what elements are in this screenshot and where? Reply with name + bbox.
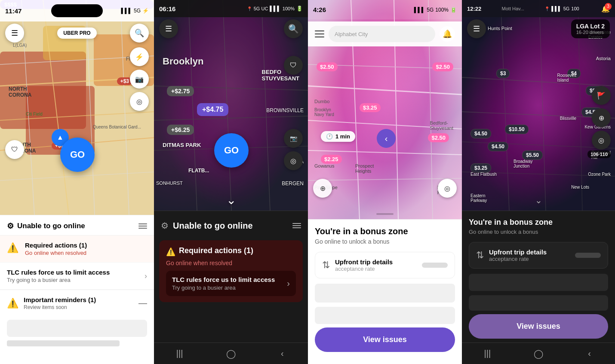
notif-container-4: 🔔 3 (601, 5, 610, 13)
menu-line-3 (138, 228, 147, 229)
ozone-park-label: Ozone Park (588, 172, 611, 177)
map-bottom-buttons-3: ⊕ (313, 179, 332, 198)
bonus-zone-sub-4: Go online to unlock a bonus (469, 229, 608, 235)
location-btn-4[interactable]: ◎ (592, 131, 611, 150)
blurred-row-3 (315, 284, 455, 303)
blurred-row-3b (315, 307, 455, 324)
warning-icon-2: ⚠️ (166, 247, 175, 257)
search-button-1[interactable]: 🔍 (130, 24, 149, 43)
svg-line-23 (462, 77, 615, 86)
h-line-3-2 (315, 34, 324, 34)
warning-icon-1: ⚠️ (7, 242, 20, 254)
camera-button-1[interactable]: 📷 (130, 70, 149, 89)
signal-3: ▌▌▌ (414, 7, 425, 13)
side-btns-dark-2: 📷 ◎ (284, 129, 303, 170)
surge-badge-475-2: +$4.75 (197, 103, 228, 116)
location-button-1[interactable]: ◎ (130, 92, 149, 111)
citi-field-label: Citi Field (26, 112, 43, 116)
tlc-item-2[interactable]: TLC rules force us to limit access Try g… (166, 271, 296, 296)
layers-btn-4[interactable]: ⊕ (592, 108, 611, 127)
status-bar-panel-3: 4:26 ▌▌▌ 5G 100% 🔋 (308, 0, 462, 19)
collapse-button-1[interactable]: — (138, 298, 147, 308)
trip-title-3: Upfront trip details (335, 258, 393, 266)
new-lots-label: New Lots (571, 185, 589, 190)
blurred-row-4a (469, 274, 608, 291)
trip-blurred-4 (575, 253, 601, 258)
trip-text-3: Upfront trip details acceptance rate (335, 258, 393, 272)
map-panel-1: 11:47 ▌▌▌ 5G ⚡ ☰ UBER PRO 🔍 NORTHCORONA … (0, 0, 154, 215)
reminders-item-1[interactable]: ⚠️ Important reminders (1) Review items … (0, 290, 154, 316)
reminder-warning-icon: ⚠️ (7, 298, 18, 309)
dumbo-label: Dumbo (314, 99, 329, 104)
sliders-icon-2: ⚙ (161, 220, 169, 231)
svg-line-15 (308, 86, 462, 95)
bedford-label-3: Bedford-Stuyvesant (430, 120, 453, 131)
location-btn-3[interactable]: ◎ (438, 179, 457, 198)
shield-button-1[interactable]: 🛡 (5, 140, 24, 159)
time-label-4: 12:22 (467, 6, 481, 12)
home-btn-2[interactable]: ◯ (224, 347, 237, 360)
menu-button-1[interactable]: ☰ (5, 24, 24, 43)
dynamic-island (51, 4, 103, 17)
price-450b-4: $4.50 (470, 129, 491, 138)
tlc-item-1[interactable]: TLC rules force us to limit access Try g… (0, 263, 154, 290)
menu-button-4[interactable]: ☰ (467, 19, 486, 38)
trip-text-4: Upfront trip details acceptance rate (489, 248, 547, 262)
battery-icon-3: 🔋 (450, 7, 457, 13)
time-label-2: 06:16 (159, 5, 175, 12)
location-btn-2[interactable]: ◎ (284, 151, 303, 170)
side-buttons-4: 🚩 ⊕ ◎ (592, 86, 611, 150)
trip-details-card-4: ⇅ Upfront trip details acceptance rate (469, 242, 608, 269)
menu-lines-2[interactable] (292, 223, 301, 228)
map-toolbar-4: ☰ LGA Lot 2 16-20 drivers (462, 19, 615, 38)
bell-icon-3[interactable]: 🔔 (440, 26, 455, 42)
bottom-panel-3: You're in a bonus zone Go online to unlo… (308, 219, 462, 364)
flag-btn-4[interactable]: 🚩 (592, 86, 611, 105)
layers-button-1[interactable]: ⚡ (130, 47, 149, 66)
view-issues-btn-4[interactable]: View issues (469, 314, 608, 339)
bottom-panel-4: You're in a bonus zone Go online to unlo… (462, 211, 615, 364)
brooklyn-label: Brooklyn (163, 56, 203, 67)
price-450c-4: $4.50 (488, 142, 508, 151)
menu-lines-1[interactable] (138, 223, 147, 229)
menu-button-2[interactable]: ☰ (159, 19, 178, 38)
recent-btn-4[interactable]: ‹ (583, 347, 596, 360)
tlc-content-1: TLC rules force us to limit access Try g… (7, 269, 145, 283)
astoria-label: Astoria (596, 56, 611, 61)
required-title-2: Required actions (1) (179, 246, 253, 255)
required-actions-item-1[interactable]: ⚠️ Required actions (1) Go online when r… (0, 236, 154, 263)
recent-btn-2[interactable]: ‹ (276, 347, 289, 360)
panel-2: 06:16 📍 5G UC ▌▌▌ 100% 🔋 ☰ 🔍 Brooklyn BE… (154, 0, 308, 364)
map-header-bar-3: Alphabet City 🔔 (308, 21, 462, 46)
go-button-2[interactable]: GO (214, 133, 249, 168)
layers-btn-3[interactable]: ⊕ (313, 179, 332, 198)
bonus-zone-title-4: You're in a bonus zone (469, 218, 608, 227)
search-button-2[interactable]: 🔍 (284, 19, 303, 38)
price-3-4: $3 (496, 69, 510, 78)
view-issues-btn-3[interactable]: View issues (315, 327, 455, 352)
tlc-title-2: TLC rules force us to limit access (172, 276, 275, 283)
back-btn-2[interactable]: ||| (173, 347, 186, 360)
back-btn-4[interactable]: ||| (481, 347, 494, 360)
navy-yard-label: BrooklynNavy Yard (314, 107, 334, 117)
home-btn-4[interactable]: ◯ (532, 347, 545, 360)
bonus-zone-sub-3: Go online to unlock a bonus (315, 238, 455, 245)
nav-bar-2: ||| ◯ ‹ (154, 343, 308, 364)
back-arrow-3[interactable]: ‹ (377, 129, 396, 148)
eastern-pkwy-label-4: EasternParkway (470, 193, 487, 203)
bottom-panel-1: ⚙ Unable to go online ⚠️ Required action… (0, 215, 154, 364)
panel-3: 4:26 ▌▌▌ 5G 100% 🔋 Alphabet City 🔔 $ (308, 0, 462, 364)
sonhurst-label: SONHURST (156, 180, 183, 186)
h-line-3-3 (315, 37, 324, 37)
trip-blurred-3 (422, 263, 448, 268)
go-button-1[interactable]: GO (60, 138, 95, 172)
camera-btn-2[interactable]: 📷 (284, 129, 303, 148)
unable-title-1: ⚙ Unable to go online (7, 221, 85, 231)
notif-badge-4: 3 (605, 3, 612, 10)
svg-line-10 (154, 116, 308, 120)
hamburger-3[interactable] (315, 31, 324, 37)
shield-btn-2[interactable]: 🛡 (284, 56, 303, 75)
menu-line-dark-3 (292, 227, 301, 228)
required-actions-subtitle-1: Go online when resolved (25, 250, 147, 256)
battery-4: 100 (571, 6, 579, 11)
